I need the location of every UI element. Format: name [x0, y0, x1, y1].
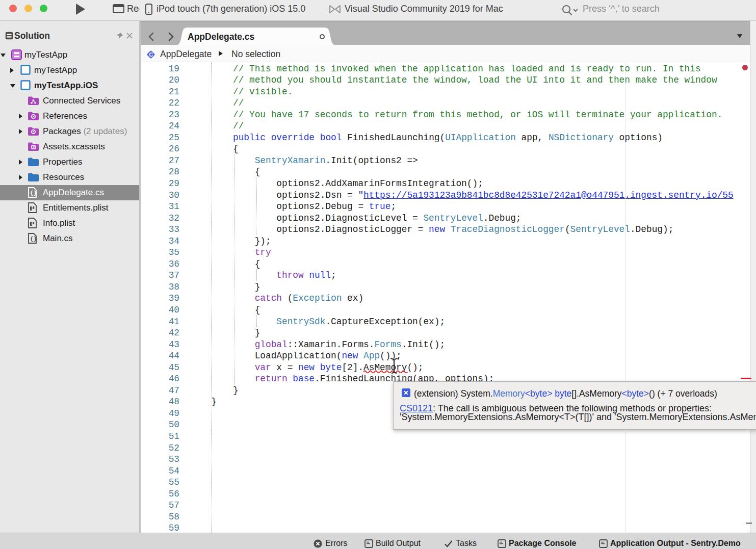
svg-text:{}: {}: [30, 236, 37, 242]
svg-text:{}: {}: [30, 190, 37, 196]
svg-text:C: C: [149, 51, 153, 58]
